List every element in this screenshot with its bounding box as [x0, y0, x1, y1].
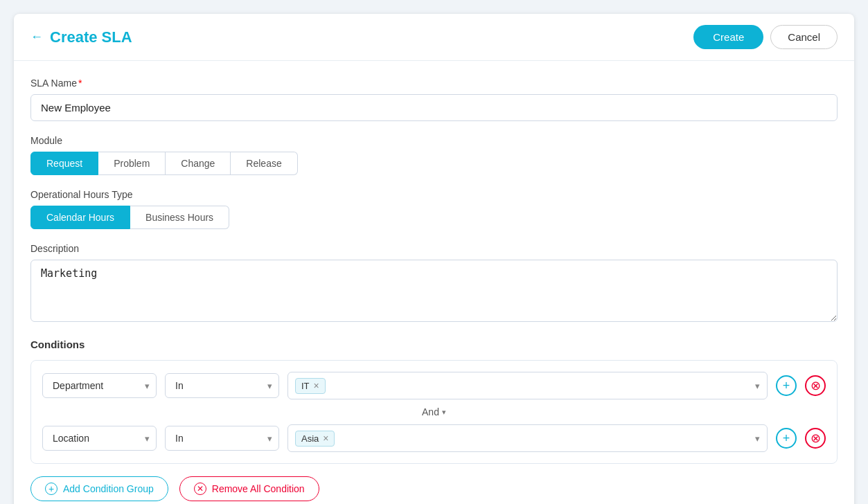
op-btn-calendar[interactable]: Calendar Hours: [30, 206, 130, 229]
field-select-1[interactable]: Department Location: [42, 373, 157, 398]
condition-row-1: Department Location In Not In IT ×: [42, 372, 826, 399]
tag-it: IT ×: [295, 378, 326, 394]
field-select-wrapper-1: Department Location: [42, 373, 157, 398]
header-right: Create Cancel: [693, 25, 838, 49]
form-body: SLA Name* Module Request Problem Change …: [14, 61, 854, 504]
operator-select-2[interactable]: In Not In: [165, 426, 279, 451]
and-text: And: [422, 406, 439, 417]
tags-area-1[interactable]: IT × ▾: [287, 372, 768, 399]
remove-condition-btn-1[interactable]: ⊗: [805, 375, 826, 396]
module-buttons: Request Problem Change Release: [30, 152, 838, 175]
header-left: ← Create SLA: [30, 28, 132, 46]
tag-asia: Asia ×: [295, 431, 335, 447]
tags-chevron-1: ▾: [755, 381, 760, 391]
op-btn-business[interactable]: Business Hours: [130, 206, 229, 229]
add-condition-btn-2[interactable]: +: [776, 428, 797, 449]
module-btn-request[interactable]: Request: [30, 152, 98, 175]
module-group: Module Request Problem Change Release: [30, 135, 838, 175]
tag-it-remove[interactable]: ×: [314, 381, 319, 390]
cancel-button[interactable]: Cancel: [770, 25, 838, 49]
module-btn-change[interactable]: Change: [166, 152, 231, 175]
add-group-plus-icon: +: [45, 483, 57, 495]
required-indicator: *: [78, 78, 82, 89]
conditions-section: Conditions Department Location In Not In: [30, 339, 838, 501]
condition-row-2: Location Department In Not In Asia: [42, 424, 826, 452]
and-separator: And ▾: [42, 406, 826, 417]
and-label: And ▾: [422, 406, 446, 417]
sla-name-label-text: SLA Name: [30, 78, 77, 89]
description-input[interactable]: Marketing: [30, 260, 838, 322]
page-container: ← Create SLA Create Cancel SLA Name* Mod…: [14, 14, 854, 504]
remove-all-condition-button[interactable]: ✕ Remove All Condition: [179, 476, 319, 501]
header: ← Create SLA Create Cancel: [14, 14, 854, 61]
tags-area-2[interactable]: Asia × ▾: [287, 424, 768, 452]
module-btn-problem[interactable]: Problem: [98, 152, 166, 175]
description-label: Description: [30, 243, 838, 254]
operator-select-1[interactable]: In Not In: [165, 373, 279, 398]
sla-name-input[interactable]: [30, 94, 838, 121]
operational-hours-buttons: Calendar Hours Business Hours: [30, 206, 838, 229]
condition-group-1: Department Location In Not In IT ×: [30, 360, 838, 464]
remove-all-x-icon: ✕: [194, 483, 206, 495]
field-select-wrapper-2: Location Department: [42, 426, 157, 451]
add-condition-group-button[interactable]: + Add Condition Group: [30, 476, 168, 501]
back-arrow-icon[interactable]: ←: [30, 30, 43, 44]
add-group-label: Add Condition Group: [63, 483, 154, 494]
tag-it-label: IT: [301, 381, 310, 391]
description-group: Description Marketing: [30, 243, 838, 325]
sla-name-group: SLA Name*: [30, 78, 838, 121]
create-button[interactable]: Create: [693, 25, 763, 49]
module-label: Module: [30, 135, 838, 146]
operational-hours-label: Operational Hours Type: [30, 189, 838, 200]
add-condition-btn-1[interactable]: +: [776, 375, 797, 396]
operator-select-wrapper-1: In Not In: [165, 373, 279, 398]
remove-all-label: Remove All Condition: [212, 483, 305, 494]
tags-chevron-2: ▾: [755, 433, 760, 444]
and-chevron-icon: ▾: [442, 408, 446, 417]
conditions-label: Conditions: [30, 339, 838, 350]
operator-select-wrapper-2: In Not In: [165, 426, 279, 451]
operational-hours-group: Operational Hours Type Calendar Hours Bu…: [30, 189, 838, 229]
remove-condition-btn-2[interactable]: ⊗: [805, 428, 826, 449]
module-btn-release[interactable]: Release: [231, 152, 297, 175]
tag-asia-label: Asia: [301, 433, 319, 444]
tag-asia-remove[interactable]: ×: [323, 433, 328, 443]
page-title: Create SLA: [50, 28, 132, 46]
sla-name-label: SLA Name*: [30, 78, 838, 89]
field-select-2[interactable]: Location Department: [42, 426, 157, 451]
bottom-actions: + Add Condition Group ✕ Remove All Condi…: [30, 476, 838, 501]
